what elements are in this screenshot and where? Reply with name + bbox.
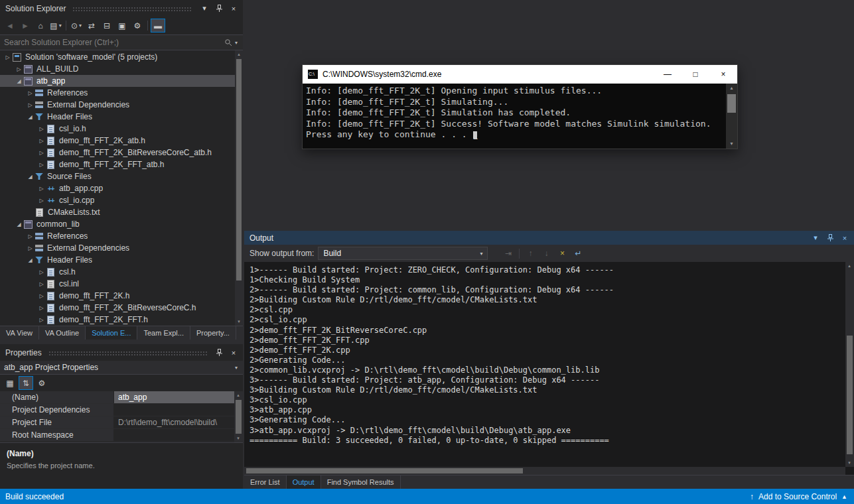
tree-item[interactable]: ▷demo_fft_FFT_2K_FFT_atb.h — [0, 158, 235, 170]
property-row[interactable]: Root Namespace — [0, 429, 234, 442]
tree-scrollbar[interactable]: ▴ ▾ — [235, 50, 243, 326]
clear-all-icon[interactable]: × — [555, 247, 569, 261]
scrollbar-thumb[interactable] — [236, 400, 242, 434]
pending-changes-filter-icon[interactable]: ⊙▾ — [69, 19, 84, 32]
tree-item[interactable]: ▷csl_io.h — [0, 123, 235, 135]
collapsed-arrow-icon[interactable]: ▷ — [36, 293, 46, 299]
tree-item[interactable]: ▷External Dependencies — [0, 99, 235, 111]
tab-error-list[interactable]: Error List — [244, 475, 287, 489]
property-value[interactable] — [114, 404, 234, 416]
collapsed-arrow-icon[interactable]: ▷ — [25, 245, 35, 251]
tree-item[interactable]: ▷csl.inl — [0, 278, 235, 290]
pin-icon[interactable] — [214, 3, 224, 14]
tab-output[interactable]: Output — [287, 475, 321, 489]
scroll-up-icon[interactable]: ▴ — [845, 262, 853, 270]
collapsed-arrow-icon[interactable]: ▷ — [36, 186, 46, 192]
tree-item[interactable]: ▷csl.h — [0, 266, 235, 278]
prev-message-icon[interactable]: ↑ — [523, 247, 537, 261]
collapse-all-icon[interactable]: ⊟ — [100, 19, 114, 32]
collapsed-arrow-icon[interactable]: ▷ — [14, 66, 24, 72]
output-horizontal-scrollbar[interactable] — [244, 467, 845, 475]
collapsed-arrow-icon[interactable]: ▷ — [36, 150, 46, 156]
alphabetical-sort-icon[interactable]: ⇅ — [19, 376, 33, 390]
switch-views-icon[interactable]: ▤▾ — [48, 19, 63, 32]
scroll-down-icon[interactable]: ▾ — [726, 139, 737, 149]
back-icon[interactable]: ◄ — [3, 19, 17, 32]
tree-item[interactable]: ▷demo_fft_FFT_2K_BitReverseCoreC_atb.h — [0, 147, 235, 158]
scroll-up-icon[interactable]: ▴ — [235, 50, 243, 58]
drag-grip[interactable] — [72, 7, 192, 11]
collapsed-arrow-icon[interactable]: ▷ — [36, 138, 46, 144]
scroll-down-icon[interactable]: ▾ — [234, 434, 242, 442]
find-message-icon[interactable]: ⇥ — [501, 247, 516, 261]
close-icon[interactable]: × — [839, 233, 850, 243]
minimize-button[interactable]: — — [654, 65, 681, 84]
forward-icon[interactable]: ► — [18, 19, 33, 32]
window-position-icon[interactable]: ▾ — [199, 3, 210, 14]
tree-item[interactable]: ▷External Dependencies — [0, 242, 235, 254]
tree-item[interactable]: ▷Solution 'software_model' (5 projects) — [0, 51, 235, 63]
caret-up-icon[interactable]: ▲ — [841, 493, 847, 500]
collapsed-arrow-icon[interactable]: ▷ — [25, 90, 35, 96]
tree-item[interactable]: ▷ALL_BUILD — [0, 63, 235, 75]
tab-solution-e[interactable]: Solution E... — [86, 326, 137, 340]
property-value[interactable]: D:\rtl\demo_fft\cmodel\build\ — [114, 416, 234, 428]
tab-va-view[interactable]: VA View — [0, 326, 39, 340]
collapsed-arrow-icon[interactable]: ▷ — [36, 269, 46, 275]
collapsed-arrow-icon[interactable]: ▷ — [36, 198, 46, 204]
scroll-up-icon[interactable]: ▴ — [726, 84, 737, 93]
tree-item[interactable]: ◢Header Files — [0, 111, 235, 123]
collapsed-arrow-icon[interactable]: ▷ — [36, 126, 46, 132]
tree-item[interactable]: ▷demo_fft_FFT_2K_FFT.h — [0, 314, 235, 326]
collapsed-arrow-icon[interactable]: ▷ — [36, 281, 46, 287]
tree-item[interactable]: CMakeLists.txt — [0, 206, 235, 218]
drag-grip[interactable] — [48, 351, 207, 355]
tree-item[interactable]: ▷demo_fft_FFT_2K.h — [0, 290, 235, 302]
close-button[interactable]: × — [709, 65, 737, 84]
tree-item[interactable]: ▷References — [0, 230, 235, 242]
scroll-up-icon[interactable]: ▴ — [234, 391, 242, 399]
expanded-arrow-icon[interactable]: ◢ — [14, 78, 24, 84]
pin-icon[interactable] — [214, 347, 224, 358]
scroll-down-icon[interactable]: ▾ — [845, 459, 853, 467]
window-position-icon[interactable]: ▾ — [810, 233, 821, 243]
cmd-console[interactable]: Info: [demo_fft_FFT_2K_t] Opening input … — [303, 84, 726, 149]
collapsed-arrow-icon[interactable]: ▷ — [25, 233, 35, 239]
output-source-dropdown[interactable]: Build ▾ — [318, 247, 488, 260]
categorized-icon[interactable]: ▦ — [3, 376, 17, 390]
add-to-source-control-button[interactable]: Add to Source Control — [758, 492, 837, 501]
word-wrap-icon[interactable]: ↵ — [571, 247, 585, 261]
collapsed-arrow-icon[interactable]: ▷ — [25, 102, 35, 108]
sync-with-active-document-icon[interactable]: ⇄ — [84, 19, 99, 32]
pin-icon[interactable] — [825, 233, 835, 243]
tree-item[interactable]: ▷References — [0, 87, 235, 99]
tree-item[interactable]: ◢atb_app — [0, 75, 235, 87]
tab-find-symbol-results[interactable]: Find Symbol Results — [321, 475, 401, 489]
properties-wrench-icon[interactable]: ⚙ — [130, 19, 145, 32]
scrollbar-thumb[interactable] — [236, 59, 242, 281]
tab-va-outline[interactable]: VA Outline — [39, 326, 86, 340]
tree-item[interactable]: ◢common_lib — [0, 218, 235, 230]
property-pages-wrench-icon[interactable]: ⚙ — [35, 376, 49, 390]
tree-item[interactable]: ▷demo_fft_FFT_2K_BitReverseCoreC.h — [0, 302, 235, 314]
next-message-icon[interactable]: ↓ — [539, 247, 553, 261]
search-input[interactable] — [0, 38, 219, 47]
tree-item[interactable]: ▷demo_fft_FFT_2K_atb.h — [0, 135, 235, 147]
object-selector-dropdown[interactable]: atb_app Project Properties ▾ — [0, 361, 243, 375]
collapsed-arrow-icon[interactable]: ▷ — [36, 305, 46, 311]
maximize-button[interactable]: □ — [681, 65, 709, 84]
close-icon[interactable]: × — [228, 3, 239, 14]
scrollbar-thumb[interactable] — [847, 336, 853, 454]
search-icon[interactable]: ▾ — [219, 38, 243, 46]
property-row[interactable]: (Name)atb_app — [0, 391, 234, 404]
property-row[interactable]: Project FileD:\rtl\demo_fft\cmodel\build… — [0, 416, 234, 429]
collapsed-arrow-icon[interactable]: ▷ — [3, 54, 13, 60]
tree-item[interactable]: ◢Source Files — [0, 170, 235, 182]
output-console[interactable]: 1>------ Build started: Project: ZERO_CH… — [249, 265, 845, 467]
tree-item[interactable]: ▷++atb_app.cpp — [0, 182, 235, 194]
preview-selected-items-icon[interactable]: ▬ — [151, 19, 165, 32]
expanded-arrow-icon[interactable]: ◢ — [25, 114, 35, 120]
expanded-arrow-icon[interactable]: ◢ — [25, 257, 35, 263]
cmd-scrollbar[interactable]: ▴ ▾ — [726, 84, 737, 149]
property-row[interactable]: Project Dependencies — [0, 404, 234, 416]
